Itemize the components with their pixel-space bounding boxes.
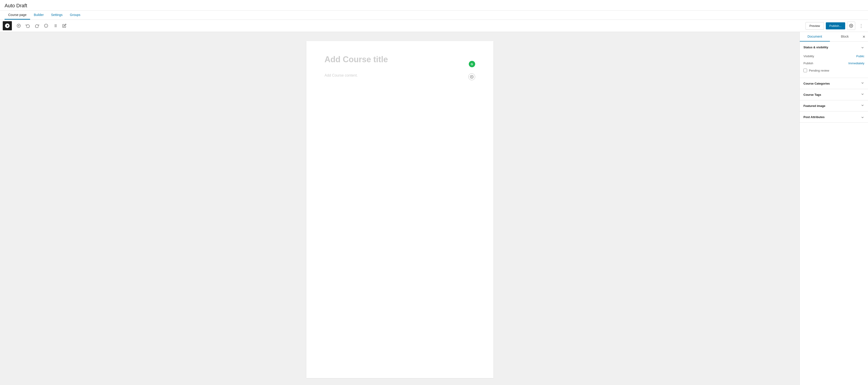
sidebar-close-button[interactable] bbox=[860, 33, 868, 41]
sidebar-tab-block[interactable]: Block bbox=[830, 32, 860, 41]
more-options-button[interactable]: ⋮ bbox=[857, 22, 865, 30]
settings-button[interactable] bbox=[847, 22, 855, 30]
info-icon bbox=[44, 24, 48, 28]
panel-featured-image-header[interactable]: Featured image bbox=[800, 100, 868, 111]
toolbar-icons bbox=[14, 22, 806, 30]
panel-course-categories-chevron bbox=[861, 81, 864, 86]
visibility-row: Visibility Public bbox=[803, 53, 864, 60]
panel-status-visibility-content: Visibility Public Publish Immediately Pe… bbox=[800, 53, 868, 78]
panel-status-visibility-title: Status & visibility bbox=[803, 45, 828, 49]
wp-logo-icon bbox=[5, 23, 10, 29]
chevron-down-icon-featured bbox=[861, 103, 864, 107]
panel-course-categories: Course Categories bbox=[800, 78, 868, 89]
visibility-value[interactable]: Public bbox=[856, 55, 864, 58]
main-layout: Add Course title G Add Course content. D… bbox=[0, 32, 868, 385]
panel-post-attributes-title: Post Attributes bbox=[803, 115, 825, 119]
preview-button[interactable]: Preview bbox=[806, 22, 824, 30]
pending-review-label: Pending review bbox=[809, 69, 829, 72]
redo-icon bbox=[35, 24, 39, 28]
page-title-bar: Auto Draft bbox=[0, 0, 868, 11]
tab-bar: Course page Builder Settings Groups bbox=[0, 11, 868, 20]
sidebar-tab-document[interactable]: Document bbox=[800, 32, 830, 41]
toolbar-right: Preview Publish... ⋮ bbox=[806, 22, 865, 30]
panel-course-tags-chevron bbox=[861, 92, 864, 97]
info-button[interactable] bbox=[42, 22, 50, 30]
grammarly-icon: G bbox=[469, 61, 475, 67]
sidebar: Document Block Status & visibility bbox=[800, 32, 868, 385]
panel-course-categories-title: Course Categories bbox=[803, 82, 830, 85]
visibility-label: Visibility bbox=[803, 55, 814, 58]
panel-course-tags-header[interactable]: Course Tags bbox=[800, 89, 868, 100]
list-icon bbox=[53, 24, 57, 28]
course-content-area: Add Course content. bbox=[324, 73, 475, 80]
add-block-button[interactable] bbox=[468, 73, 475, 80]
title-row: Add Course title G bbox=[324, 55, 475, 73]
gear-icon bbox=[849, 24, 853, 28]
chevron-down-icon-tags bbox=[861, 92, 864, 96]
panel-post-attributes: Post Attributes bbox=[800, 111, 868, 123]
list-view-button[interactable] bbox=[51, 22, 59, 30]
pending-review-checkbox[interactable] bbox=[803, 69, 807, 72]
panel-post-attributes-chevron bbox=[861, 115, 864, 119]
page-title: Auto Draft bbox=[5, 3, 863, 9]
panel-featured-image-chevron bbox=[861, 103, 864, 108]
publish-row: Publish Immediately bbox=[803, 60, 864, 67]
panel-status-visibility-chevron bbox=[861, 45, 864, 50]
editor-content: Add Course title G Add Course content. bbox=[306, 41, 493, 378]
panel-status-visibility: Status & visibility Visibility Public Pu… bbox=[800, 42, 868, 78]
close-icon bbox=[862, 35, 866, 38]
editor-area[interactable]: Add Course title G Add Course content. bbox=[0, 32, 800, 385]
course-title-input[interactable]: Add Course title bbox=[324, 55, 466, 64]
publish-button[interactable]: Publish... bbox=[826, 22, 845, 29]
chevron-up-icon bbox=[861, 46, 864, 50]
sidebar-header: Document Block bbox=[800, 32, 868, 42]
tab-groups[interactable]: Groups bbox=[66, 11, 84, 20]
publish-value[interactable]: Immediately bbox=[848, 62, 864, 65]
undo-button[interactable] bbox=[24, 22, 32, 30]
panel-featured-image: Featured image bbox=[800, 100, 868, 111]
panel-status-visibility-header[interactable]: Status & visibility bbox=[800, 42, 868, 53]
panel-course-tags-title: Course Tags bbox=[803, 93, 821, 96]
add-block-toolbar-button[interactable] bbox=[14, 22, 23, 30]
undo-icon bbox=[26, 24, 30, 28]
course-content-input[interactable]: Add Course content. bbox=[324, 73, 465, 77]
publish-label: Publish bbox=[803, 62, 813, 65]
pencil-icon bbox=[62, 24, 66, 28]
pending-review-row: Pending review bbox=[803, 67, 864, 74]
chevron-up-icon-post bbox=[861, 116, 864, 119]
edit-button[interactable] bbox=[60, 22, 68, 30]
tab-settings[interactable]: Settings bbox=[48, 11, 66, 20]
wp-logo bbox=[3, 21, 12, 30]
tab-course-page[interactable]: Course page bbox=[5, 11, 30, 20]
panel-featured-image-title: Featured image bbox=[803, 104, 825, 107]
plus-circle-icon bbox=[470, 75, 473, 78]
plus-icon bbox=[17, 24, 21, 28]
tab-builder[interactable]: Builder bbox=[30, 11, 48, 20]
redo-button[interactable] bbox=[33, 22, 41, 30]
panel-course-tags: Course Tags bbox=[800, 89, 868, 100]
panel-course-categories-header[interactable]: Course Categories bbox=[800, 78, 868, 89]
toolbar: Preview Publish... ⋮ bbox=[0, 20, 868, 32]
panel-post-attributes-header[interactable]: Post Attributes bbox=[800, 111, 868, 122]
svg-point-12 bbox=[851, 25, 852, 27]
chevron-down-icon bbox=[861, 81, 864, 85]
